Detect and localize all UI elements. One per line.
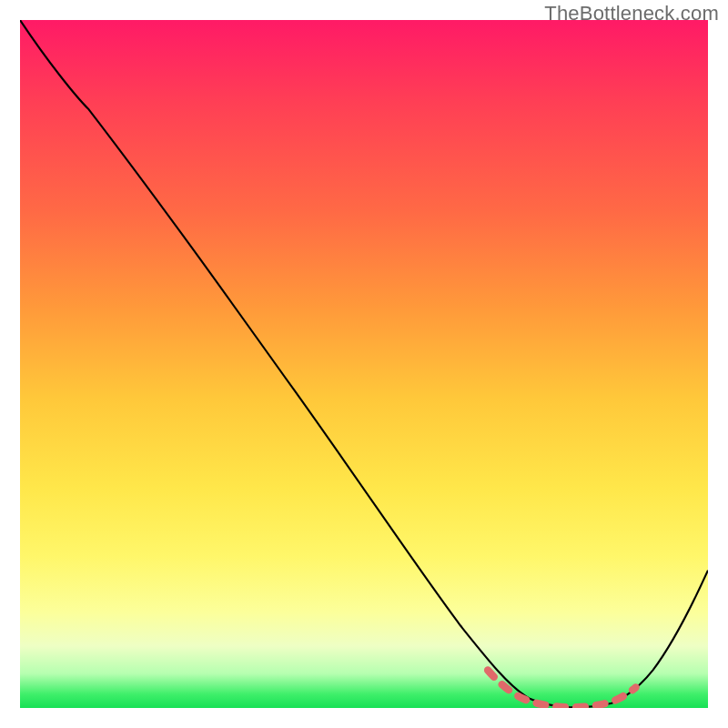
curve-svg — [20, 20, 708, 708]
bottleneck-curve — [20, 20, 708, 707]
chart-container: TheBottleneck.com — [0, 0, 728, 728]
plot-area — [20, 20, 708, 708]
minimum-marker — [488, 670, 636, 707]
